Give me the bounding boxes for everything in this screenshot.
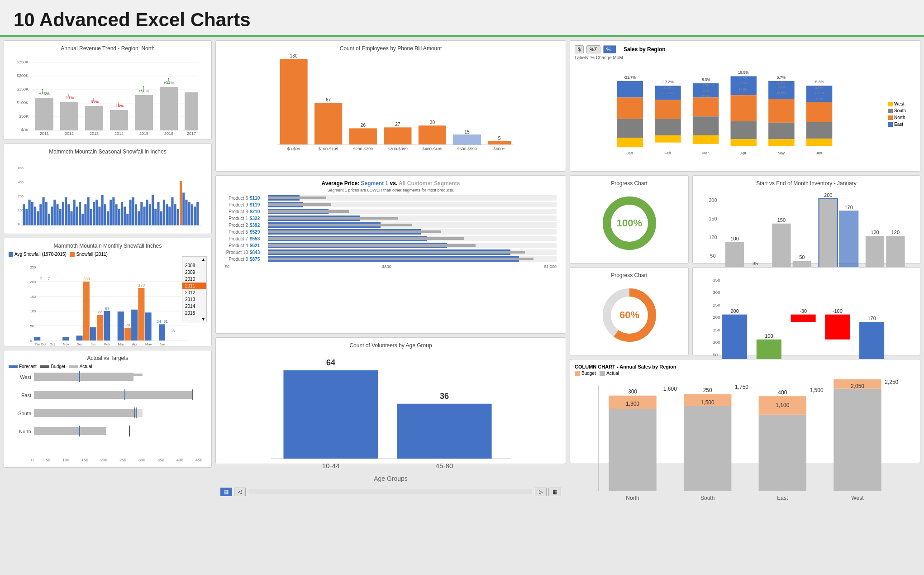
year-2008[interactable]: 2008 [182,262,206,269]
year-2012[interactable]: 2012 [182,289,206,296]
dashboard: Annual Revenue Trend - Region: North $0K… [0,37,924,479]
svg-rect-182 [397,404,491,459]
svg-text:88: 88 [98,310,103,314]
svg-text:12.9%: 12.9% [776,91,786,95]
svg-text:↓: ↓ [92,96,95,101]
svg-rect-56 [59,209,62,225]
svg-rect-195 [655,100,681,119]
svg-rect-73 [107,211,109,225]
svg-rect-30 [185,92,198,130]
svg-rect-286 [791,315,816,322]
svg-rect-45 [29,200,31,225]
toolbar-percent-change[interactable]: %↕ [603,45,616,53]
svg-text:$300-$399: $300-$399 [388,147,408,151]
svg-text:150: 150 [709,216,717,221]
inventory-jan-chart: Start vs End of Month Inventory - Januar… [692,175,920,264]
svg-rect-63 [79,202,81,225]
svg-text:400: 400 [18,180,24,184]
svg-text:209: 209 [83,276,90,281]
svg-rect-64 [81,214,84,225]
svg-text:300: 300 [628,388,637,395]
svg-rect-212 [731,95,757,121]
svg-rect-89 [152,195,154,225]
svg-text:↓: ↓ [117,101,119,105]
svg-text:800: 800 [18,166,24,170]
year-2015[interactable]: 2015 [182,310,206,316]
progress-chart-60: Progress Chart 60% [570,267,689,355]
year-2013[interactable]: 2013 [182,296,206,303]
svg-rect-79 [124,206,126,225]
svg-text:-1.5%: -1.5% [701,83,710,87]
right-column: $ %Σ %↕ Sales by Region Labels: % Change… [570,40,920,468]
svg-text:200: 200 [730,308,738,314]
svg-text:$250K: $250K [17,60,29,64]
revenue-title: Annual Revenue Trend - Region: North [9,45,207,52]
svg-text:50: 50 [710,253,715,259]
svg-text:8.9%: 8.9% [815,86,823,90]
year-2010[interactable]: 2010 [182,276,206,283]
svg-text:35: 35 [753,261,758,266]
svg-rect-84 [138,211,140,225]
svg-rect-168 [453,135,481,144]
svg-rect-66 [87,197,90,225]
center-column: Count of Employees by Phone Bill Amount … [215,40,566,468]
svg-rect-124 [62,337,69,340]
svg-rect-310 [759,414,806,491]
svg-text:7: 7 [48,276,50,281]
sales-region-title: Sales by Region [624,46,666,53]
year-2011[interactable]: 2011 [182,283,206,289]
svg-rect-102 [188,202,191,225]
chart-nav-right[interactable]: ▷ [535,488,547,496]
chart-nav-column[interactable]: ▦ [548,488,561,496]
svg-text:2014: 2014 [114,131,124,136]
svg-text:North: North [626,495,639,501]
svg-rect-82 [132,197,134,225]
page-title: 10 Advanced Excel Charts [0,0,924,37]
inventory-jan-title: Start vs End of Month Inventory - Januar… [697,180,915,187]
svg-rect-147 [145,312,152,340]
revenue-chart: Annual Revenue Trend - Region: North $0K… [4,40,212,140]
svg-text:Mar: Mar [118,342,124,345]
svg-rect-24 [135,95,153,130]
year-2014[interactable]: 2014 [182,303,206,310]
toolbar-percent-sum[interactable]: %Σ [586,45,600,53]
sales-region-svg: Jan -21.7% Feb -17.3% 1.5% -33.2% [575,62,886,166]
svg-text:Pre Oct: Pre Oct [34,342,47,345]
svg-text:60%: 60% [619,309,639,321]
chart-scrollbar[interactable] [248,489,532,494]
year-selector[interactable]: ▲ 2008 2009 2010 2011 2012 2013 2014 201… [182,256,207,322]
svg-text:200: 200 [713,315,720,320]
svg-rect-99 [180,181,182,225]
svg-rect-180 [283,370,378,459]
svg-text:$150K: $150K [17,87,29,91]
svg-rect-59 [67,204,70,225]
svg-text:2016: 2016 [164,131,173,136]
svg-text:26.9%: 26.9% [738,81,748,85]
toolbar-dollar[interactable]: $ [575,45,584,53]
svg-text:67: 67 [326,97,331,102]
svg-text:30: 30 [430,120,435,125]
svg-rect-77 [118,209,120,225]
svg-text:64: 64 [326,358,335,367]
svg-rect-279 [722,315,747,364]
chart-nav-bar[interactable]: ▦ [220,488,232,496]
svg-rect-304 [684,406,731,491]
svg-rect-94 [166,204,168,225]
svg-text:$200K: $200K [17,73,29,78]
svg-text:29: 29 [126,322,130,327]
svg-text:$0-$99: $0-$99 [287,147,300,151]
svg-text:100: 100 [18,208,24,212]
svg-text:28: 28 [170,328,175,333]
chart-nav-scroll[interactable]: ◁ [234,488,246,496]
svg-text:-12.0%: -12.0% [814,91,824,95]
svg-text:$600+: $600+ [494,147,505,151]
svg-text:0: 0 [18,222,20,226]
svg-rect-65 [84,204,86,225]
svg-rect-292 [859,322,884,364]
svg-rect-144 [138,288,144,340]
svg-rect-132 [97,315,103,340]
svg-text:-100: -100 [833,308,843,314]
svg-rect-191 [617,138,643,147]
svg-rect-104 [194,206,196,225]
year-2009[interactable]: 2009 [182,269,206,276]
